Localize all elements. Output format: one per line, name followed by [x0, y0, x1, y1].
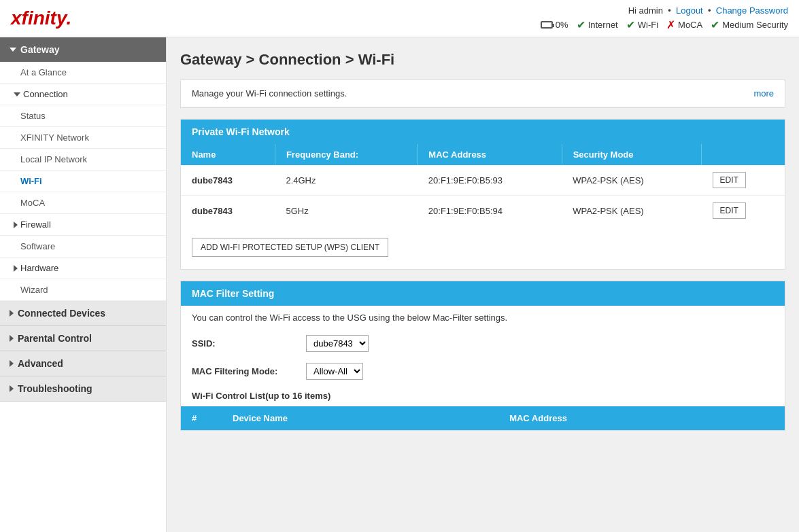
sidebar: Gateway At a Glance Connection Status XF…: [0, 37, 167, 532]
private-wifi-card: Private Wi-Fi Network Name Frequency Ban…: [180, 119, 785, 270]
logo-area: xfinity.: [11, 7, 71, 29]
page-title: Gateway > Connection > Wi-Fi: [180, 51, 785, 69]
sidebar-connected-devices[interactable]: Connected Devices: [0, 301, 166, 326]
xfinity-logo: xfinity.: [11, 7, 71, 29]
main-content: Gateway > Connection > Wi-Fi Manage your…: [167, 37, 799, 532]
sidebar-item-status[interactable]: Status: [0, 105, 166, 127]
hardware-arrow-icon: [14, 265, 18, 272]
description-card: Manage your Wi-Fi connection settings. m…: [180, 79, 785, 108]
logo-text: xfinity.: [11, 7, 71, 29]
parental-control-arrow-icon: [10, 335, 14, 342]
control-table: # Device Name MAC Address: [181, 406, 785, 430]
internet-status: ✔ Internet: [577, 18, 618, 31]
battery-icon: [541, 21, 553, 29]
sidebar-firewall[interactable]: Firewall: [0, 214, 166, 236]
wifi-row-1-name: dube7843: [181, 196, 275, 226]
sidebar-item-wizard[interactable]: Wizard: [0, 279, 166, 301]
battery-percentage: 0%: [556, 20, 568, 30]
wifi-row-0-security: WPA2-PSK (AES): [562, 165, 701, 196]
mac-filtering-mode-select[interactable]: Allow-All Allow Deny: [306, 363, 363, 380]
wifi-status: ✔ Wi-Fi: [626, 18, 658, 31]
description-text: Manage your Wi-Fi connection settings.: [192, 88, 347, 99]
sidebar-hardware[interactable]: Hardware: [0, 258, 166, 279]
gateway-label: Gateway: [20, 44, 60, 55]
wifi-row-0: dube7843 2.4GHz 20:F1:9E:F0:B5:93 WPA2-P…: [181, 165, 785, 196]
control-col-hash: #: [181, 406, 222, 430]
greeting-text: Hi admin: [628, 5, 663, 16]
col-frequency: Frequency Band:: [275, 144, 417, 165]
sidebar-item-moca[interactable]: MoCA: [0, 192, 166, 214]
wifi-row-1: dube7843 5GHz 20:F1:9E:F0:B5:94 WPA2-PSK…: [181, 196, 785, 226]
more-link[interactable]: more: [753, 88, 774, 99]
moca-label: MoCA: [678, 20, 702, 30]
header-top: Hi admin • Logout • Change Password: [541, 5, 788, 16]
wifi-row-1-security: WPA2-PSK (AES): [562, 196, 701, 226]
sidebar-item-wifi[interactable]: Wi-Fi: [0, 171, 166, 192]
gateway-arrow-icon: [10, 48, 16, 52]
col-security: Security Mode: [562, 144, 701, 165]
firewall-arrow-icon: [14, 221, 18, 228]
wifi-row-0-frequency: 2.4GHz: [275, 165, 417, 196]
mac-filtering-mode-label: MAC Filtering Mode:: [192, 366, 301, 376]
header-right: Hi admin • Logout • Change Password 0% ✔…: [541, 5, 788, 31]
wps-button[interactable]: ADD WI-FI PROTECTED SETUP (WPS) CLIENT: [192, 238, 388, 257]
security-check-icon: ✔: [711, 18, 719, 31]
moca-status: ✗ MoCA: [666, 18, 702, 31]
wifi-label: Wi-Fi: [638, 20, 658, 30]
col-action: [702, 144, 785, 165]
moca-x-icon: ✗: [666, 18, 675, 31]
edit-button-1[interactable]: EDIT: [713, 202, 746, 219]
sidebar-troubleshooting[interactable]: Troubleshooting: [0, 376, 166, 402]
private-wifi-header: Private Wi-Fi Network: [181, 120, 785, 144]
wifi-row-1-frequency: 5GHz: [275, 196, 417, 226]
connected-devices-arrow-icon: [10, 310, 14, 317]
control-table-header-row: # Device Name MAC Address: [181, 406, 785, 430]
wifi-table: Name Frequency Band: MAC Address Securit…: [181, 144, 785, 226]
sidebar-advanced[interactable]: Advanced: [0, 351, 166, 376]
security-status: ✔ Medium Security: [711, 18, 788, 31]
sidebar-item-xfinity-network[interactable]: XFINITY Network: [0, 127, 166, 149]
connection-arrow-icon: [14, 92, 20, 96]
wifi-row-0-name: dube7843: [181, 165, 275, 196]
sidebar-gateway[interactable]: Gateway: [0, 37, 166, 62]
sidebar-item-local-ip-network[interactable]: Local IP Network: [0, 149, 166, 171]
sidebar-connection[interactable]: Connection: [0, 84, 166, 105]
sidebar-item-at-a-glance[interactable]: At a Glance: [0, 62, 166, 84]
col-mac: MAC Address: [418, 144, 562, 165]
wifi-table-header-row: Name Frequency Band: MAC Address Securit…: [181, 144, 785, 165]
advanced-arrow-icon: [10, 360, 14, 367]
internet-label: Internet: [588, 20, 618, 30]
wifi-row-1-edit: EDIT: [702, 196, 785, 226]
troubleshooting-arrow-icon: [10, 385, 14, 392]
logout-link[interactable]: Logout: [676, 5, 703, 16]
wifi-row-0-mac: 20:F1:9E:F0:B5:93: [418, 165, 562, 196]
sidebar-item-software[interactable]: Software: [0, 236, 166, 258]
card-description-row: Manage your Wi-Fi connection settings. m…: [181, 80, 785, 107]
mac-filtering-mode-row: MAC Filtering Mode: Allow-All Allow Deny: [181, 357, 785, 385]
control-col-device: Device Name: [222, 406, 498, 430]
mac-filter-header: MAC Filter Setting: [181, 281, 785, 306]
status-bar: 0% ✔ Internet ✔ Wi-Fi ✗ MoCA ✔ Medium Se…: [541, 18, 788, 31]
control-col-mac: MAC Address: [498, 406, 785, 430]
col-name: Name: [181, 144, 275, 165]
mac-filter-desc: You can control the Wi-Fi access to the …: [181, 306, 785, 330]
wifi-row-0-edit: EDIT: [702, 165, 785, 196]
header: xfinity. Hi admin • Logout • Change Pass…: [0, 0, 799, 37]
wps-button-container: ADD WI-FI PROTECTED SETUP (WPS) CLIENT: [181, 226, 785, 269]
ssid-label: SSID:: [192, 338, 301, 349]
sidebar-parental-control[interactable]: Parental Control: [0, 326, 166, 351]
ssid-select[interactable]: dube7843: [306, 335, 369, 352]
security-label: Medium Security: [722, 20, 788, 30]
change-password-link[interactable]: Change Password: [716, 5, 788, 16]
layout: Gateway At a Glance Connection Status XF…: [0, 37, 799, 532]
wifi-control-list-label: Wi-Fi Control List(up to 16 items): [181, 385, 785, 406]
wifi-row-1-mac: 20:F1:9E:F0:B5:94: [418, 196, 562, 226]
mac-filter-card: MAC Filter Setting You can control the W…: [180, 281, 785, 431]
internet-check-icon: ✔: [577, 18, 585, 31]
edit-button-0[interactable]: EDIT: [713, 172, 746, 188]
battery-status: 0%: [541, 20, 568, 30]
ssid-row: SSID: dube7843: [181, 330, 785, 357]
wifi-check-icon: ✔: [626, 18, 635, 31]
